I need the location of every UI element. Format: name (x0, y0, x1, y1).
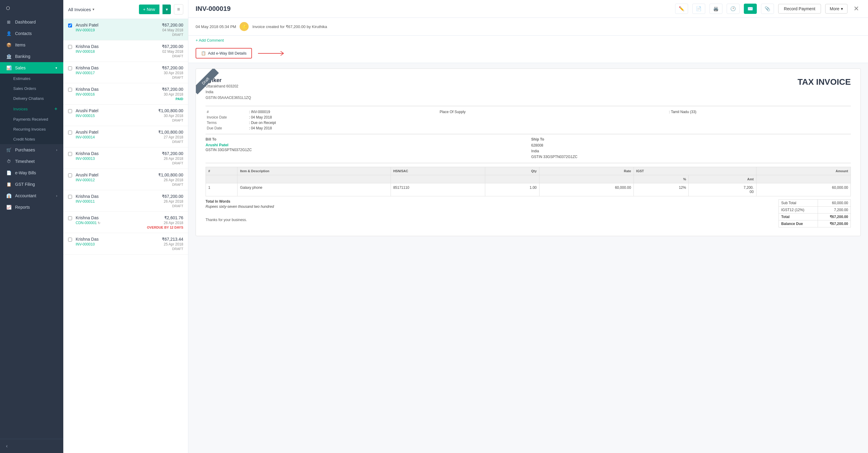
edit-button[interactable]: ✏️ (675, 4, 688, 14)
sidebar-item-recurring-invoices[interactable]: Recurring Invoices (0, 124, 63, 134)
invoice-filter-dropdown[interactable]: All Invoices ▾ (68, 7, 94, 12)
invoice-number[interactable]: INV-000017 (76, 71, 158, 75)
place-of-supply-label: Place Of Supply (440, 110, 466, 114)
invoice-list-row[interactable]: Arushi Patel INV-000014 ₹1,00,800.00 27 … (63, 126, 188, 147)
add-comment-link[interactable]: + Add Comment (188, 36, 868, 45)
invoice-number[interactable]: INV-000013 (76, 157, 158, 161)
record-payment-button[interactable]: Record Payment (778, 4, 821, 13)
invoice-list-row[interactable]: Arushi Patel INV-000012 ₹1,00,800.00 26 … (63, 169, 188, 190)
invoice-number[interactable]: INV-000019 (76, 28, 158, 32)
list-menu-button[interactable]: ≡ (174, 4, 183, 15)
attach-button[interactable]: 📎 (761, 4, 774, 14)
sidebar-item-dashboard[interactable]: ⊞ Dashboard (0, 16, 63, 28)
email-button[interactable]: ✉️ (744, 4, 757, 14)
row-checkbox[interactable] (68, 45, 72, 49)
row-checkbox[interactable] (68, 66, 72, 70)
invoice-number[interactable]: INV-000012 (76, 178, 155, 182)
invoice-list-row[interactable]: Krishna Das INV-000018 ₹67,200.00 02 May… (63, 40, 188, 62)
row-checkbox[interactable] (68, 152, 72, 156)
customer-name: Arushi Patel (76, 172, 155, 177)
invoice-number[interactable]: INV-000010 (76, 242, 158, 247)
invoice-list-row[interactable]: Krishna Das INV-000011 ₹67,200.00 26 Apr… (63, 190, 188, 212)
row-checkbox[interactable] (68, 24, 72, 27)
invoice-document: Draft Zylker Uttarakhand 603202 India GS… (195, 68, 861, 236)
sidebar-item-gst-filing[interactable]: 📋 GST Filing (0, 178, 63, 190)
invoice-status: OVERDUE BY 12 DAYS (147, 226, 183, 229)
customer-name: Krishna Das (76, 151, 158, 156)
sidebar-item-label: Contacts (15, 31, 32, 36)
meta-date-label: Invoice Date (206, 115, 248, 120)
ship-to-section: Ship To 628008 India GSTIN 33GSPTN0372G1… (531, 137, 851, 160)
invoice-number-title: INV-000019 (195, 5, 230, 13)
banking-icon: 🏦 (6, 54, 11, 59)
sidebar-collapse-button[interactable]: ‹ (0, 439, 63, 453)
invoice-list-row[interactable]: Krishna Das CDN-000001 ↻ ₹2,601.76 26 Ap… (63, 212, 188, 233)
sidebar-item-sales[interactable]: 📊 Sales ▾ (0, 62, 63, 74)
invoice-list-row[interactable]: Arushi Patel INV-000019 ₹67,200.00 04 Ma… (63, 19, 188, 40)
eway-bill-button[interactable]: 📋 Add e-Way Bill Details (195, 48, 252, 58)
row-checkbox[interactable] (68, 88, 72, 92)
invoice-number[interactable]: INV-000014 (76, 135, 155, 139)
sidebar-item-reports[interactable]: 📈 Reports (0, 201, 63, 213)
purchases-icon: 🛒 (6, 147, 11, 152)
invoice-list-row[interactable]: Krishna Das INV-000010 ₹67,213.44 25 Apr… (63, 233, 188, 255)
item-rate: 60,000.00 (539, 183, 633, 196)
invoice-number[interactable]: INV-000016 (76, 92, 158, 96)
sidebar-item-delivery-challans[interactable]: Delivery Challans (0, 93, 63, 104)
eway-bills-label: e-Way Bills (15, 170, 36, 175)
invoice-number[interactable]: INV-000018 (76, 50, 158, 54)
item-num: 1 (206, 183, 238, 196)
sidebar-item-credit-notes[interactable]: Credit Notes (0, 134, 63, 144)
row-checkbox[interactable] (68, 109, 72, 113)
sidebar-logo: ⬡ (0, 0, 63, 16)
invoice-list-row[interactable]: Krishna Das INV-000017 ₹67,200.00 30 Apr… (63, 62, 188, 83)
new-invoice-button[interactable]: + New (139, 4, 159, 14)
pdf-button[interactable]: 📄 (692, 4, 705, 14)
row-info: Krishna Das INV-000017 (76, 65, 158, 75)
row-amount: ₹67,200.00 02 May 2018 DRAFT (162, 44, 183, 58)
invoice-meta-table: # : INV-000019 Place Of Supply : Tamil N… (206, 109, 851, 131)
row-checkbox[interactable] (68, 173, 72, 177)
invoice-number[interactable]: INV-000011 (76, 199, 158, 204)
sidebar-item-eway-bills[interactable]: 📄 e-Way Bills (0, 167, 63, 178)
row-checkbox[interactable] (68, 238, 72, 242)
invoice-number[interactable]: INV-000015 (76, 114, 155, 118)
amount-value: ₹1,00,800.00 (158, 172, 183, 177)
sidebar-item-timesheet[interactable]: ⏱ Timesheet (0, 155, 63, 167)
invoice-number[interactable]: CDN-000001 ↻ (76, 221, 144, 225)
item-qty: 1.00 (485, 183, 539, 196)
row-checkbox[interactable] (68, 195, 72, 199)
sidebar-item-estimates[interactable]: Estimates (0, 74, 63, 84)
row-checkbox[interactable] (68, 216, 72, 220)
history-button[interactable]: 🕐 (727, 4, 740, 14)
print-button[interactable]: 🖨️ (710, 4, 722, 14)
sales-orders-label: Sales Orders (13, 86, 36, 91)
sidebar-item-payments-received[interactable]: Payments Received (0, 114, 63, 124)
invoice-list-row[interactable]: Krishna Das INV-000013 ₹67,200.00 26 Apr… (63, 147, 188, 169)
invoice-status: DRAFT (162, 76, 183, 79)
row-amount: ₹1,00,800.00 30 Apr 2018 DRAFT (158, 108, 183, 122)
sidebar-item-accountant[interactable]: 👔 Accountant › (0, 190, 63, 201)
row-checkbox[interactable] (68, 131, 72, 135)
eway-icon: 📄 (6, 170, 11, 175)
close-button[interactable]: ✕ (852, 5, 861, 13)
more-button[interactable]: More ▾ (825, 4, 847, 13)
invoices-add-icon[interactable]: + (55, 106, 57, 112)
sidebar-item-banking[interactable]: 🏦 Banking (0, 51, 63, 62)
invoice-list-row[interactable]: Arushi Patel INV-000015 ₹1,00,800.00 30 … (63, 105, 188, 126)
sidebar-item-items[interactable]: 📦 Items (0, 39, 63, 51)
sidebar-item-sales-orders[interactable]: Sales Orders (0, 84, 63, 93)
tax-invoice-title: TAX INVOICE (798, 77, 851, 87)
new-invoice-arrow-button[interactable]: ▾ (162, 4, 171, 14)
invoice-status: DRAFT (158, 140, 183, 144)
sidebar-item-contacts[interactable]: 👤 Contacts (0, 28, 63, 39)
amount-value: ₹67,213.44 (162, 237, 183, 242)
activity-bar: 04 May 2018 05:34 PM ⭐ Invoice created f… (188, 18, 868, 36)
invoice-list-row[interactable]: Krishna Das INV-000016 ₹67,200.00 30 Apr… (63, 83, 188, 105)
row-info: Arushi Patel INV-000014 (76, 130, 155, 139)
col-igst: IGST (633, 167, 756, 175)
sidebar-item-invoices[interactable]: Invoices + (0, 104, 63, 114)
items-icon: 📦 (6, 43, 11, 47)
sidebar-item-purchases[interactable]: 🛒 Purchases › (0, 144, 63, 155)
activity-date: 04 May 2018 05:34 PM (195, 24, 236, 29)
